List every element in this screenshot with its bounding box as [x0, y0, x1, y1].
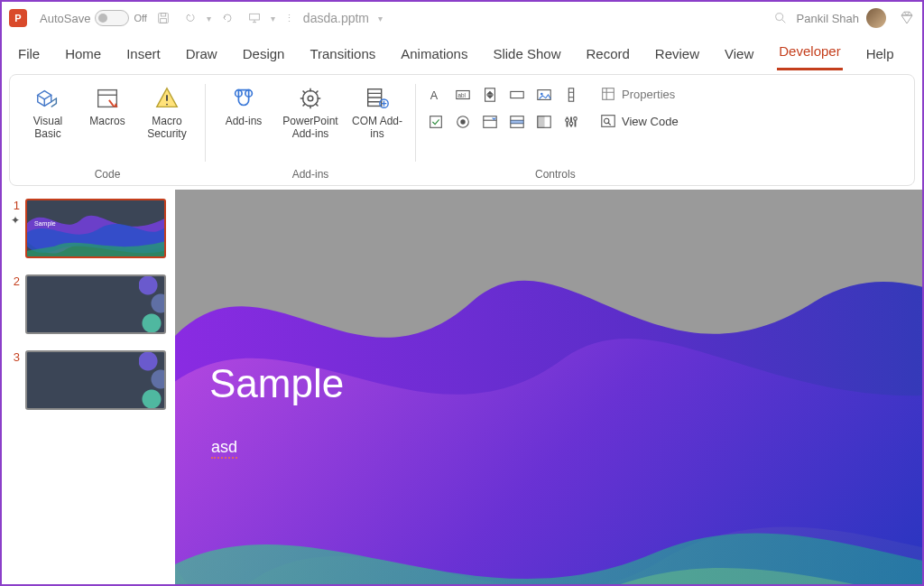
- tab-view[interactable]: View: [723, 39, 755, 70]
- properties-label: Properties: [622, 88, 675, 101]
- toggle-switch-icon: [95, 10, 129, 26]
- option-button-control[interactable]: [452, 111, 474, 133]
- present-dropdown-icon[interactable]: ▾: [271, 14, 275, 23]
- thumbnail-preview: [25, 274, 166, 334]
- combobox-control-button[interactable]: [479, 111, 501, 133]
- command-button-control[interactable]: [506, 84, 528, 106]
- visual-basic-button[interactable]: Visual Basic: [19, 80, 77, 142]
- addins-label: Add-ins: [226, 115, 263, 127]
- powerpoint-addins-label: PowerPoint Add-ins: [276, 115, 345, 140]
- checkbox-control-button[interactable]: [425, 111, 447, 133]
- properties-button[interactable]: Properties: [596, 84, 682, 104]
- tab-animations[interactable]: Animations: [399, 39, 469, 70]
- titlebar: P AutoSave Off ▾ ▾ ⋮ dasda.pptm ▾ Pankil…: [2, 2, 922, 34]
- macros-button[interactable]: Macros: [79, 80, 136, 129]
- slide-title[interactable]: Sample: [209, 361, 344, 406]
- macros-label: Macros: [89, 115, 125, 127]
- svg-rect-2: [161, 19, 167, 23]
- macro-security-icon: [152, 84, 181, 113]
- label-control-button[interactable]: A: [425, 84, 447, 106]
- powerpoint-app-icon: P: [9, 9, 27, 27]
- tab-help[interactable]: Help: [864, 39, 896, 70]
- group-label-controls: Controls: [535, 165, 576, 185]
- slide-subtitle[interactable]: asd: [211, 438, 237, 457]
- slide-canvas[interactable]: Sample asd: [175, 190, 922, 586]
- ribbon-group-controls: A abl Pro: [420, 80, 691, 185]
- user-account[interactable]: Pankil Shah: [797, 8, 886, 28]
- thumbnail-slide-2[interactable]: 2: [7, 274, 166, 334]
- svg-point-6: [166, 104, 168, 106]
- addins-button[interactable]: Add-ins: [215, 80, 273, 129]
- powerpoint-addins-button[interactable]: PowerPoint Add-ins: [274, 80, 346, 142]
- spin-control-button[interactable]: [479, 84, 501, 106]
- view-code-button[interactable]: View Code: [596, 111, 682, 131]
- autosave-toggle[interactable]: AutoSave Off: [40, 10, 147, 26]
- svg-rect-24: [484, 116, 496, 128]
- tab-file[interactable]: File: [16, 39, 42, 70]
- com-addins-label: COM Add-ins: [350, 115, 404, 140]
- thumbnail-title: Sample: [34, 220, 56, 227]
- tab-slide-show[interactable]: Slide Show: [491, 39, 562, 70]
- view-code-label: View Code: [622, 115, 679, 128]
- macro-security-button[interactable]: Macro Security: [138, 80, 196, 142]
- slide-content: Sample asd: [175, 190, 922, 586]
- svg-point-4: [775, 14, 782, 21]
- tab-draw[interactable]: Draw: [184, 39, 219, 70]
- addins-icon: [229, 84, 258, 113]
- group-label-code: Code: [95, 165, 121, 185]
- tab-design[interactable]: Design: [241, 39, 287, 70]
- qat-customize-icon[interactable]: ⋮: [284, 13, 294, 24]
- ribbon-group-addins: Add-ins PowerPoint Add-ins COM Add-ins A…: [209, 80, 411, 185]
- autosave-state: Off: [134, 13, 146, 23]
- tab-developer[interactable]: Developer: [777, 36, 842, 70]
- redo-button[interactable]: [217, 7, 238, 29]
- svg-text:A: A: [430, 89, 439, 102]
- tab-insert[interactable]: Insert: [125, 39, 162, 70]
- svg-rect-20: [568, 88, 573, 101]
- com-addins-button[interactable]: COM Add-ins: [348, 80, 406, 142]
- ribbon-group-code: Visual Basic Macros Macro Security Code: [14, 80, 201, 185]
- toggle-control-button[interactable]: [533, 111, 555, 133]
- tab-transitions[interactable]: Transitions: [308, 39, 377, 70]
- svg-rect-26: [511, 120, 523, 124]
- more-controls-button[interactable]: [560, 111, 582, 133]
- svg-point-23: [460, 119, 465, 124]
- svg-rect-5: [98, 90, 117, 107]
- scrollbar-control-button[interactable]: [560, 84, 582, 106]
- svg-rect-3: [250, 14, 260, 20]
- textbox-control-button[interactable]: abl: [452, 84, 474, 106]
- premium-icon[interactable]: [899, 10, 915, 26]
- thumbnail-number: 2: [7, 274, 20, 288]
- document-filename[interactable]: dasda.pptm: [303, 11, 369, 25]
- svg-text:abl: abl: [458, 92, 466, 98]
- autosave-label: AutoSave: [40, 12, 90, 25]
- thumbnail-preview: [25, 350, 166, 410]
- save-button[interactable]: [152, 7, 174, 29]
- search-button[interactable]: [770, 7, 791, 29]
- svg-rect-16: [485, 88, 495, 101]
- group-label-addins: Add-ins: [292, 165, 329, 185]
- svg-rect-28: [538, 116, 544, 128]
- svg-rect-17: [511, 91, 523, 98]
- tab-review[interactable]: Review: [653, 39, 701, 70]
- svg-point-31: [574, 117, 578, 121]
- image-control-button[interactable]: [533, 84, 555, 106]
- svg-rect-32: [603, 88, 614, 100]
- thumbnail-preview: Sample: [25, 199, 166, 258]
- listbox-control-button[interactable]: [506, 111, 528, 133]
- present-from-beginning-button[interactable]: [244, 7, 265, 29]
- filename-dropdown-icon[interactable]: ▾: [378, 14, 383, 23]
- powerpoint-addins-icon: [296, 84, 325, 113]
- slide-thumbnail-panel: 1 ✦ Sample 2 3: [2, 190, 175, 586]
- tab-home[interactable]: Home: [63, 39, 103, 70]
- thumbnail-number: 1: [7, 199, 20, 212]
- svg-point-30: [569, 122, 573, 126]
- ribbon: Visual Basic Macros Macro Security Code: [9, 74, 915, 186]
- tab-record[interactable]: Record: [584, 39, 631, 70]
- undo-dropdown-icon[interactable]: ▾: [207, 14, 211, 23]
- visual-basic-icon: [33, 84, 62, 113]
- undo-button[interactable]: [180, 7, 201, 29]
- thumbnail-slide-3[interactable]: 3: [7, 350, 166, 410]
- svg-rect-1: [161, 14, 165, 16]
- thumbnail-slide-1[interactable]: 1 ✦ Sample: [7, 199, 166, 258]
